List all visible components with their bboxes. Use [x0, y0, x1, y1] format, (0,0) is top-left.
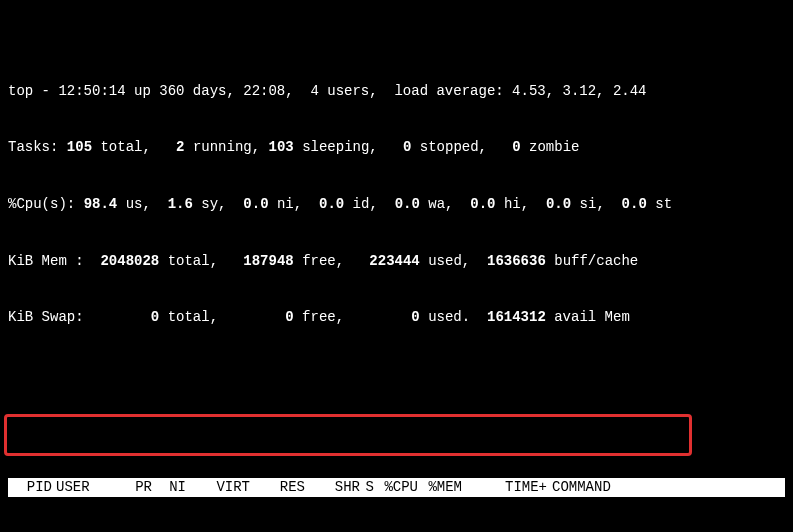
cpu-line: %Cpu(s): 98.4 us, 1.6 sy, 0.0 ni, 0.0 id…	[8, 195, 785, 214]
process-table-header[interactable]: PIDUSERPRNIVIRTRESSHRS%CPU%MEMTIME+COMMA…	[8, 478, 785, 497]
swap-line: KiB Swap: 0 total, 0 free, 0 used. 16143…	[8, 308, 785, 327]
mem-line: KiB Mem : 2048028 total, 187948 free, 22…	[8, 252, 785, 271]
highlight-box	[4, 414, 692, 456]
tasks-line: Tasks: 105 total, 2 running, 103 sleepin…	[8, 138, 785, 157]
blank-line	[8, 365, 785, 384]
top-uptime-line: top - 12:50:14 up 360 days, 22:08, 4 use…	[8, 82, 785, 101]
